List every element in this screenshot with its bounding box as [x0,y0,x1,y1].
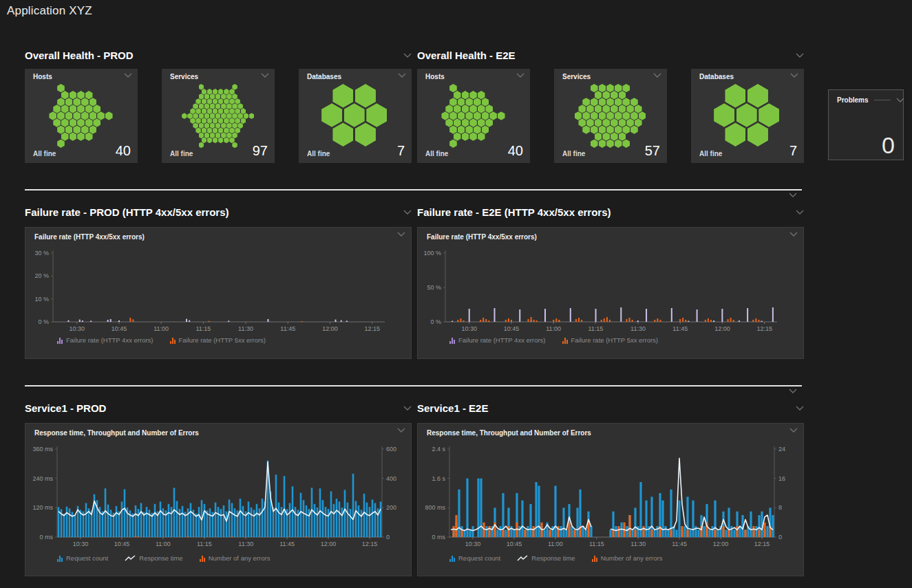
svg-text:0 %: 0 % [430,318,441,325]
chevron-down-icon[interactable] [398,73,406,78]
chevron-down-icon[interactable] [796,210,804,215]
health-tile[interactable]: Databases All fine 7 [299,69,412,163]
hexagon-healthy [57,98,65,106]
hexagon-healthy [606,125,614,133]
honeycomb-hexagon-grid [425,84,522,149]
svg-text:11:30: 11:30 [238,325,253,332]
chevron-down-icon[interactable] [261,73,269,78]
legend-item[interactable]: Failure rate (HTTP 4xx errors) [449,336,546,344]
hexagon-healthy [195,118,200,124]
failure-rate-chart-e2e[interactable]: 100 %50 %0 %10:3010:4511:0011:1511:3011:… [418,244,803,334]
hexagon-healthy [595,91,602,99]
chevron-down-icon[interactable] [403,53,412,58]
health-tile[interactable]: Services All fine 97 [162,69,275,163]
honeycomb-hexagon-grid [699,84,796,149]
chevron-down-icon[interactable] [790,73,798,78]
hexagon-healthy [202,98,206,105]
chevron-down-icon[interactable] [896,98,904,102]
chevron-down-icon[interactable] [403,210,412,215]
svg-text:600: 600 [386,446,396,453]
hexagon-healthy [582,125,590,133]
health-tile[interactable]: Databases All fine 7 [691,69,804,163]
hexagon-healthy [366,103,387,127]
legend-item[interactable]: Failure rate (HTTP 5xx errors) [170,336,266,344]
svg-text:10:45: 10:45 [114,541,130,547]
legend-item[interactable]: Failure rate (HTTP 4xx errors) [57,336,153,344]
chevron-down-icon[interactable] [789,389,797,393]
svg-text:200: 200 [386,504,396,511]
health-tile[interactable]: Services All fine 57 [554,69,667,163]
hexagon-healthy [65,125,73,133]
hexagon-healthy [57,111,65,120]
hexagon-healthy [232,132,237,138]
legend-item[interactable]: Request count [449,554,500,562]
chart-panel-service-prod: Response time, Throughput and Number of … [25,423,412,576]
hexagon-healthy [595,105,602,113]
bar-series-icon [200,555,205,562]
section-header-failure-e2e: Failure rate - E2E (HTTP 4xx/5xx errors) [417,206,804,218]
chevron-down-icon[interactable] [796,406,804,411]
hexagon-healthy [215,103,220,109]
hexagon-healthy [578,118,586,127]
svg-text:11:15: 11:15 [588,325,603,332]
tile-label: Databases [699,73,734,80]
section-title: Overall Health - PROD [25,50,134,61]
svg-text:11:15: 11:15 [197,541,212,547]
problems-tile[interactable]: Problems 0 [828,89,904,160]
chevron-down-icon[interactable] [789,428,798,433]
hexagon-healthy [485,118,493,127]
legend-label: Response time [139,554,182,562]
hexagon-healthy [61,91,69,99]
hexagon-healthy [602,132,610,140]
hexagon-healthy [81,125,89,133]
health-tile[interactable]: Hosts All fine 40 [417,69,530,163]
svg-text:16: 16 [778,475,785,482]
chevron-down-icon[interactable] [796,53,804,58]
chevron-down-icon[interactable] [397,232,405,237]
chevron-down-icon[interactable] [789,193,797,197]
service-chart-e2e[interactable]: 2.4 s1.6 s800 ms0 ms24168010:3010:4511:0… [418,440,803,550]
chevron-down-icon[interactable] [124,73,132,78]
failure-rate-chart-prod[interactable]: 30 %20 %10 %0 %10:3010:4511:0011:1511:30… [25,244,411,334]
hexagon-healthy [469,132,477,140]
hexagon-healthy [210,113,215,119]
hexagon-healthy [606,84,614,92]
hexagon-healthy [478,118,485,127]
hexagon-healthy [53,105,61,113]
bar-series-icon [449,555,455,562]
hexagon-healthy [105,111,113,120]
honeycomb-hexagon-grid [33,84,129,149]
hexagon-healthy [207,138,212,144]
legend-item[interactable]: Number of any errors [200,554,271,562]
hexagon-healthy [489,111,497,120]
legend-item[interactable]: Response time [125,554,182,562]
chevron-down-icon[interactable] [789,232,798,237]
legend-item[interactable]: Number of any errors [592,554,663,562]
hexagon-healthy [229,118,234,124]
chevron-down-icon[interactable] [516,73,524,78]
tile-count: 57 [645,144,660,157]
service-chart-prod[interactable]: 360 ms240 ms120 ms0 ms600400200010:3010:… [25,440,411,550]
hexagon-healthy [462,91,469,99]
svg-text:11:00: 11:00 [153,325,169,332]
chevron-down-icon[interactable] [397,428,405,433]
hexagon-healthy [591,125,598,133]
svg-text:400: 400 [386,475,396,482]
tile-count: 7 [789,144,797,157]
chart-title: Failure rate (HTTP 4xx/5xx errors) [427,233,537,241]
hexagon-healthy [462,132,469,140]
legend-item[interactable]: Request count [57,554,108,562]
hexagon-healthy [85,91,93,99]
legend-item[interactable]: Failure rate (HTTP 5xx errors) [562,336,659,344]
chevron-down-icon[interactable] [653,73,661,78]
hexagon-healthy [229,127,234,133]
legend-item[interactable]: Response time [517,554,575,562]
health-tile[interactable]: Hosts All fine 40 [25,69,138,163]
section-header-service-e2e: Service1 - E2E [417,402,804,414]
hexagon-healthy [482,98,489,106]
hexagon-healthy [218,108,223,114]
hexagon-healthy [599,125,606,133]
chevron-down-icon[interactable] [403,406,412,411]
hexagon-healthy [210,122,215,129]
hexagon-healthy [478,91,485,99]
